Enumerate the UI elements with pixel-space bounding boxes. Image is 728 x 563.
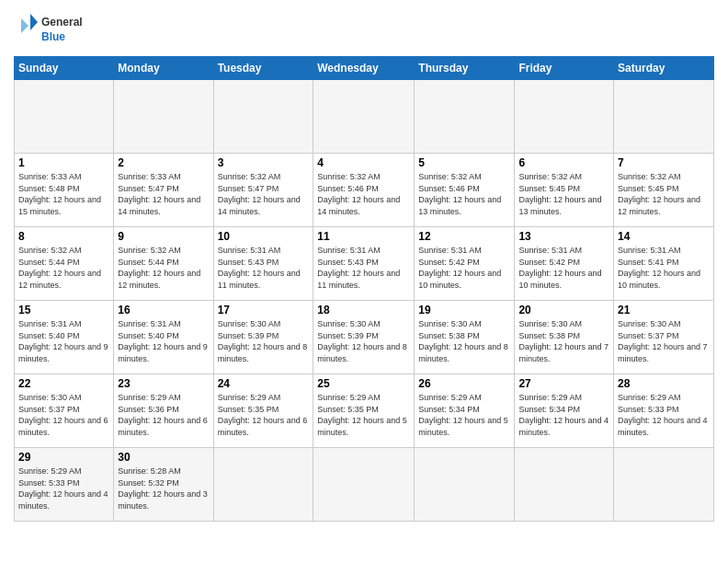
day-number: 19 [418,304,510,316]
day-number: 7 [618,156,710,169]
day-info: Sunrise: 5:33 AMSunset: 5:47 PMDaylight:… [118,171,209,217]
svg-text:Blue: Blue [41,30,65,43]
calendar-cell: 1Sunrise: 5:33 AMSunset: 5:48 PMDaylight… [15,154,114,227]
calendar-week-row: 15Sunrise: 5:31 AMSunset: 5:40 PMDayligh… [15,301,714,374]
day-number: 20 [518,304,609,316]
day-info: Sunrise: 5:31 AMSunset: 5:40 PMDaylight:… [18,318,109,364]
day-info: Sunrise: 5:28 AMSunset: 5:32 PMDaylight:… [118,465,209,511]
day-info: Sunrise: 5:29 AMSunset: 5:35 PMDaylight:… [317,392,410,438]
day-info: Sunrise: 5:32 AMSunset: 5:46 PMDaylight:… [317,171,410,217]
weekday-header: Sunday [15,57,114,80]
weekday-header: Wednesday [313,57,415,80]
day-number: 3 [218,156,310,169]
day-info: Sunrise: 5:30 AMSunset: 5:39 PMDaylight:… [218,318,310,364]
calendar-cell [515,80,614,154]
calendar-cell: 14Sunrise: 5:31 AMSunset: 5:41 PMDayligh… [614,227,714,301]
calendar-cell [415,448,515,522]
calendar-cell: 16Sunrise: 5:31 AMSunset: 5:40 PMDayligh… [114,301,213,374]
calendar-cell: 18Sunrise: 5:30 AMSunset: 5:39 PMDayligh… [313,301,415,374]
day-number: 26 [418,377,510,390]
day-number: 4 [317,156,410,169]
day-number: 5 [418,156,510,169]
calendar-cell: 27Sunrise: 5:29 AMSunset: 5:34 PMDayligh… [515,374,614,448]
day-info: Sunrise: 5:29 AMSunset: 5:34 PMDaylight:… [518,392,609,438]
day-info: Sunrise: 5:29 AMSunset: 5:35 PMDaylight:… [218,392,310,438]
day-info: Sunrise: 5:31 AMSunset: 5:42 PMDaylight:… [418,245,510,291]
calendar-cell: 28Sunrise: 5:29 AMSunset: 5:33 PMDayligh… [614,374,714,448]
day-info: Sunrise: 5:31 AMSunset: 5:40 PMDaylight:… [118,318,209,364]
calendar-cell: 11Sunrise: 5:31 AMSunset: 5:43 PMDayligh… [313,227,415,301]
calendar-cell: 13Sunrise: 5:31 AMSunset: 5:42 PMDayligh… [515,227,614,301]
calendar-cell: 3Sunrise: 5:32 AMSunset: 5:47 PMDaylight… [213,154,313,227]
calendar-week-row: 29Sunrise: 5:29 AMSunset: 5:33 PMDayligh… [15,448,714,522]
day-info: Sunrise: 5:30 AMSunset: 5:38 PMDaylight:… [418,318,510,364]
day-number: 11 [317,230,410,243]
day-info: Sunrise: 5:30 AMSunset: 5:37 PMDaylight:… [18,392,109,438]
calendar-cell: 5Sunrise: 5:32 AMSunset: 5:46 PMDaylight… [415,154,515,227]
day-number: 8 [18,230,109,243]
calendar-cell: 10Sunrise: 5:31 AMSunset: 5:43 PMDayligh… [213,227,313,301]
calendar-cell [614,80,714,154]
calendar-cell: 17Sunrise: 5:30 AMSunset: 5:39 PMDayligh… [213,301,313,374]
weekday-header: Friday [515,57,614,80]
day-number: 21 [618,304,710,316]
day-info: Sunrise: 5:31 AMSunset: 5:43 PMDaylight:… [317,245,410,291]
calendar-table: SundayMondayTuesdayWednesdayThursdayFrid… [14,56,714,522]
calendar-cell: 23Sunrise: 5:29 AMSunset: 5:36 PMDayligh… [114,374,213,448]
day-number: 30 [118,451,209,464]
calendar-header-row: SundayMondayTuesdayWednesdayThursdayFrid… [15,57,714,80]
day-info: Sunrise: 5:31 AMSunset: 5:41 PMDaylight:… [618,245,710,291]
day-number: 17 [218,304,310,316]
day-info: Sunrise: 5:29 AMSunset: 5:33 PMDaylight:… [18,465,109,511]
weekday-header: Saturday [614,57,714,80]
day-number: 2 [118,156,209,169]
logo: General Blue [14,9,87,51]
header: General Blue [14,9,714,51]
day-info: Sunrise: 5:30 AMSunset: 5:38 PMDaylight:… [518,318,609,364]
calendar-cell: 24Sunrise: 5:29 AMSunset: 5:35 PMDayligh… [213,374,313,448]
calendar-cell [15,80,114,154]
day-info: Sunrise: 5:30 AMSunset: 5:39 PMDaylight:… [317,318,410,364]
calendar-cell: 15Sunrise: 5:31 AMSunset: 5:40 PMDayligh… [15,301,114,374]
day-info: Sunrise: 5:32 AMSunset: 5:44 PMDaylight:… [18,245,109,291]
calendar-cell: 20Sunrise: 5:30 AMSunset: 5:38 PMDayligh… [515,301,614,374]
calendar-cell: 25Sunrise: 5:29 AMSunset: 5:35 PMDayligh… [313,374,415,448]
calendar-cell [114,80,213,154]
calendar-cell [213,80,313,154]
day-number: 10 [218,230,310,243]
day-number: 15 [18,304,109,316]
day-number: 14 [618,230,710,243]
calendar-week-row [15,80,714,154]
calendar-cell: 22Sunrise: 5:30 AMSunset: 5:37 PMDayligh… [15,374,114,448]
calendar-cell: 21Sunrise: 5:30 AMSunset: 5:37 PMDayligh… [614,301,714,374]
day-number: 6 [518,156,609,169]
calendar-week-row: 22Sunrise: 5:30 AMSunset: 5:37 PMDayligh… [15,374,714,448]
calendar-cell [614,448,714,522]
weekday-header: Monday [114,57,213,80]
calendar-cell: 6Sunrise: 5:32 AMSunset: 5:45 PMDaylight… [515,154,614,227]
calendar-cell: 29Sunrise: 5:29 AMSunset: 5:33 PMDayligh… [15,448,114,522]
day-info: Sunrise: 5:31 AMSunset: 5:43 PMDaylight:… [218,245,310,291]
day-number: 24 [218,377,310,390]
calendar-cell [515,448,614,522]
day-info: Sunrise: 5:32 AMSunset: 5:45 PMDaylight:… [618,171,710,217]
day-number: 27 [518,377,609,390]
calendar-cell [415,80,515,154]
calendar-cell: 19Sunrise: 5:30 AMSunset: 5:38 PMDayligh… [415,301,515,374]
calendar-cell: 8Sunrise: 5:32 AMSunset: 5:44 PMDaylight… [15,227,114,301]
svg-text:General: General [41,16,83,29]
calendar-cell [313,448,415,522]
day-number: 16 [118,304,209,316]
day-info: Sunrise: 5:32 AMSunset: 5:47 PMDaylight:… [218,171,310,217]
day-info: Sunrise: 5:32 AMSunset: 5:46 PMDaylight:… [418,171,510,217]
calendar-cell [313,80,415,154]
day-number: 18 [317,304,410,316]
day-number: 28 [618,377,710,390]
calendar-cell: 9Sunrise: 5:32 AMSunset: 5:44 PMDaylight… [114,227,213,301]
calendar-cell: 26Sunrise: 5:29 AMSunset: 5:34 PMDayligh… [415,374,515,448]
logo-svg: General Blue [14,9,87,51]
calendar-week-row: 8Sunrise: 5:32 AMSunset: 5:44 PMDaylight… [15,227,714,301]
weekday-header: Thursday [415,57,515,80]
calendar-cell: 7Sunrise: 5:32 AMSunset: 5:45 PMDaylight… [614,154,714,227]
day-number: 1 [18,156,109,169]
